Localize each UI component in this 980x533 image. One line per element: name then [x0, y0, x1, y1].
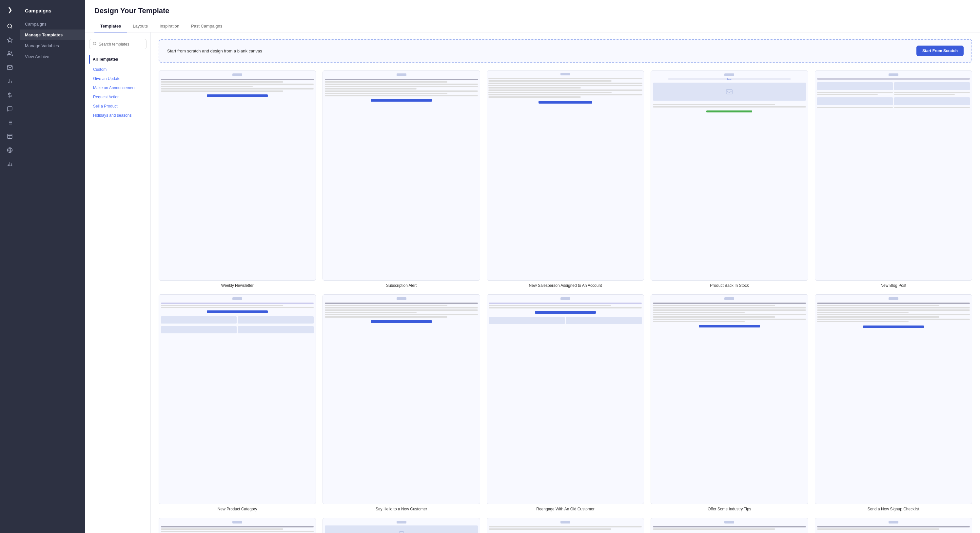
search-box — [89, 39, 146, 49]
nav-star-icon[interactable] — [4, 34, 16, 46]
page-title: Design Your Template — [94, 6, 971, 15]
template-card-offer-tips[interactable]: Offer Some Industry Tips — [651, 294, 808, 512]
nav-analytics-icon[interactable] — [4, 75, 16, 87]
nav-globe-icon[interactable] — [4, 144, 16, 156]
template-name: Product Back In Stock — [710, 283, 749, 288]
left-panel: All Templates Custom Give an Update Make… — [85, 32, 151, 533]
templates-grid: Weekly Newsletter — [159, 70, 972, 533]
main-content: Design Your Template Templates Layouts I… — [85, 0, 980, 533]
sidebar-item-view-archive[interactable]: View Archive — [20, 51, 85, 62]
nav-search-icon[interactable] — [4, 20, 16, 32]
template-card-webinar[interactable]: Tuesday, March 15 at 7:00 PM Sign Up For… — [651, 518, 808, 533]
templates-panel: Start from scratch and design from a bla… — [151, 32, 980, 533]
template-card-event[interactable]: Friday, July 15 at 7:00 PM Olive Garden … — [815, 518, 972, 533]
filter-holidays[interactable]: Holidays and seasons — [89, 111, 146, 120]
svg-point-3 — [8, 51, 10, 53]
filter-all-templates[interactable]: All Templates — [89, 55, 146, 64]
sidebar-item-manage-variables[interactable]: Manage Variables — [20, 40, 85, 51]
svg-rect-14 — [8, 134, 12, 138]
template-name: New Salesperson Assigned to An Account — [529, 283, 602, 288]
template-name: Send a New Signup Checklist — [867, 507, 920, 511]
nav-users-icon[interactable] — [4, 48, 16, 60]
template-name: Subscription Alert — [386, 283, 417, 288]
template-name: New Product Category — [218, 507, 257, 511]
scratch-banner-text: Start from scratch and design from a bla… — [167, 49, 262, 53]
svg-line-23 — [95, 44, 96, 45]
svg-marker-2 — [8, 38, 13, 42]
template-card-signup-checklist[interactable]: Send a New Signup Checklist — [815, 294, 972, 512]
filter-announcement[interactable]: Make an Announcement — [89, 83, 146, 92]
content-area: All Templates Custom Give an Update Make… — [85, 32, 980, 533]
nav-dollar-icon[interactable] — [4, 89, 16, 101]
filter-sell-product[interactable]: Sell a Product — [89, 102, 146, 111]
start-from-scratch-button[interactable]: Start From Scratch — [916, 46, 964, 56]
sidebar: Campaigns Campaigns Manage Templates Man… — [20, 0, 85, 533]
template-card-new-salesperson[interactable]: New Salesperson Assigned to An Account — [487, 70, 644, 288]
template-name: New Blog Post — [880, 283, 906, 288]
template-card-referral[interactable]: G I F T Z 5 Make A Referral — [487, 518, 644, 533]
svg-rect-25 — [399, 531, 404, 533]
sidebar-item-manage-templates[interactable]: Manage Templates — [20, 30, 85, 40]
template-name: Weekly Newsletter — [221, 283, 254, 288]
svg-point-22 — [94, 42, 96, 45]
filter-give-update[interactable]: Give an Update — [89, 74, 146, 83]
tab-bar: Templates Layouts Inspiration Past Campa… — [94, 20, 971, 32]
template-card-new-product-category[interactable]: New Product Category — [159, 294, 316, 512]
main-header: Design Your Template Templates Layouts I… — [85, 0, 980, 32]
template-card-share-product[interactable]: Share a Product — [323, 518, 480, 533]
scratch-banner: Start from scratch and design from a bla… — [159, 39, 972, 63]
tab-templates[interactable]: Templates — [94, 20, 127, 32]
svg-line-1 — [11, 27, 12, 28]
tab-inspiration[interactable]: Inspiration — [154, 20, 185, 32]
filter-request-action[interactable]: Request Action — [89, 92, 146, 102]
template-card-request-review[interactable]: Request a Review — [159, 518, 316, 533]
tab-past-campaigns[interactable]: Past Campaigns — [185, 20, 228, 32]
template-card-subscription-alert[interactable]: Subscription Alert — [323, 70, 480, 288]
template-name: Reengage With An Old Customer — [536, 507, 594, 511]
template-card-new-blog-post[interactable]: New Blog Post — [815, 70, 972, 288]
nav-rail: ❯ — [0, 0, 20, 533]
template-card-product-back-in-stock[interactable]: Logo Product Back In Stoc — [651, 70, 808, 288]
template-card-reengage[interactable]: Reengage With An Old Customer — [487, 294, 644, 512]
svg-point-0 — [8, 24, 11, 28]
nav-list-icon[interactable] — [4, 117, 16, 129]
sidebar-item-campaigns[interactable]: Campaigns — [20, 19, 85, 30]
svg-rect-24 — [726, 89, 732, 94]
nav-chat-icon[interactable] — [4, 103, 16, 115]
search-icon — [93, 41, 97, 46]
sidebar-title: Campaigns — [20, 5, 85, 19]
nav-mail-icon[interactable] — [4, 62, 16, 73]
filter-custom[interactable]: Custom — [89, 65, 146, 74]
tab-layouts[interactable]: Layouts — [127, 20, 154, 32]
template-card-say-hello[interactable]: Say Hello to a New Customer — [323, 294, 480, 512]
template-name: Offer Some Industry Tips — [708, 507, 751, 511]
nav-chart-icon[interactable] — [4, 158, 16, 170]
template-card-weekly-newsletter[interactable]: Weekly Newsletter — [159, 70, 316, 288]
nav-doc-icon[interactable] — [4, 130, 16, 142]
search-input[interactable] — [99, 42, 143, 46]
template-name: Say Hello to a New Customer — [375, 507, 427, 511]
nav-expand-button[interactable]: ❯ — [4, 4, 16, 16]
